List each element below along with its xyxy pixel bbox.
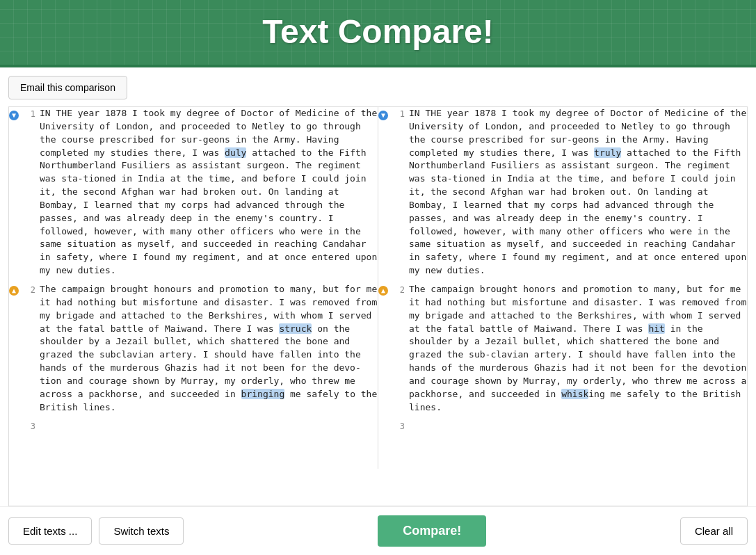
- line-num-3-right: 3: [392, 419, 405, 433]
- edit-texts-button[interactable]: Edit texts ...: [8, 517, 92, 545]
- compare-panels: ▼ 1 IN THE year 1878 I took my degree of…: [8, 106, 748, 506]
- down-arrow-icon-right: ▼: [378, 111, 388, 120]
- diff-word-struck: struck: [279, 323, 312, 334]
- icon-col-3-right: [378, 419, 392, 421]
- icon-col-2-left: ▲: [9, 283, 23, 298]
- paragraph-2-right: ▲ 2 The campaign brought honors and prom…: [378, 283, 747, 414]
- diff-word-bringing: bringing: [241, 389, 285, 399]
- switch-texts-button[interactable]: Switch texts: [99, 517, 184, 545]
- line-text-1-left: IN THE year 1878 I took my degree of Doc…: [40, 107, 378, 278]
- footer-left: Edit texts ... Switch texts: [8, 517, 184, 545]
- main-content: Email this comparison ▼ 1 IN THE year 18…: [0, 67, 756, 506]
- icon-col-1-left: ▼: [9, 107, 23, 122]
- line-num-1-left: 1: [23, 107, 35, 120]
- header: Text Compare!: [0, 0, 756, 65]
- panel-right: ▼ 1 IN THE year 1878 I took my degree of…: [378, 107, 747, 469]
- up-arrow-icon: ▲: [9, 286, 19, 296]
- line-num-2-right: 2: [392, 283, 405, 296]
- footer: Edit texts ... Switch texts Compare! Cle…: [0, 506, 756, 555]
- paragraph-1-left: ▼ 1 IN THE year 1878 I took my degree of…: [9, 107, 378, 278]
- icon-col-1-right: ▼: [378, 107, 392, 122]
- compare-button[interactable]: Compare!: [378, 515, 486, 547]
- line-text-2-right: The campaign brought honors and promotio…: [409, 283, 747, 414]
- app-title: Text Compare!: [0, 13, 756, 51]
- email-bar: Email this comparison: [8, 76, 748, 99]
- diff-word-truly: truly: [594, 147, 621, 158]
- paragraph-3-right: 3: [378, 419, 747, 433]
- diff-word-hit: hit: [648, 323, 664, 334]
- email-button[interactable]: Email this comparison: [8, 76, 127, 99]
- up-arrow-icon-right: ▲: [378, 286, 388, 296]
- paragraph-1-right: ▼ 1 IN THE year 1878 I took my degree of…: [378, 107, 747, 278]
- paragraph-3-left: 3: [9, 419, 378, 433]
- down-arrow-icon: ▼: [9, 111, 19, 120]
- line-num-1-right: 1: [392, 107, 405, 120]
- diff-word-whisk: whisk: [561, 389, 588, 399]
- clear-all-button[interactable]: Clear all: [680, 517, 748, 545]
- line-text-1-right: IN THE year 1878 I took my degree of Doc…: [409, 107, 747, 278]
- line-num-3-left: 3: [23, 419, 35, 433]
- panel-left: ▼ 1 IN THE year 1878 I took my degree of…: [9, 107, 378, 469]
- diff-word-duly: duly: [225, 147, 246, 158]
- line-num-2-left: 2: [23, 283, 35, 296]
- paragraph-2-left: ▲ 2 The campaign brought honours and pro…: [9, 283, 378, 414]
- icon-col-3-left: [9, 419, 23, 421]
- line-text-2-left: The campaign brought honours and promoti…: [40, 283, 378, 414]
- icon-col-2-right: ▲: [378, 283, 392, 298]
